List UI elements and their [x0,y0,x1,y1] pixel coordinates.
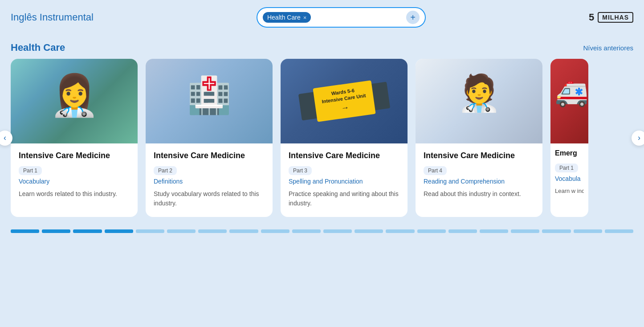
card-3-desc: Practice speaking and writing about this… [289,189,399,208]
card-4-desc: Read about this industry in context. [424,189,534,199]
card-2-title: Intensive Care Medicine [154,151,265,161]
progress-dash-15 [448,229,477,233]
card-5-part: Part 1 [555,164,578,172]
right-arrow-icon: › [638,133,640,143]
card-1[interactable]: Intensive Care Medicine Part 1 Vocabular… [11,59,138,217]
card-4-title: Intensive Care Medicine [424,151,534,161]
card-1-body: Intensive Care Medicine Part 1 Vocabular… [11,143,138,208]
card-4-body: Intensive Care Medicine Part 4 Reading a… [416,143,542,208]
health-care-tag[interactable]: Health Care × [263,12,311,23]
search-bar: Health Care × + [257,7,426,28]
progress-dash-11 [323,229,352,233]
milhas-count: 5 [589,12,594,23]
milhas-label: MILHAS [598,12,633,23]
card-3-subtitle: Spelling and Pronunciation [289,178,399,185]
card-5-subtitle: Vocabula [555,175,584,182]
card-2-part: Part 2 [154,166,177,175]
app-title: Inglês Instrumental [11,12,94,23]
card-1-image [11,59,138,143]
card-3-part: Part 3 [289,166,312,175]
cards-scroll: Intensive Care Medicine Part 1 Vocabular… [11,59,633,217]
progress-dash-2 [42,229,70,233]
progress-dash-8 [229,229,258,233]
card-5-title: Emerg [555,149,584,158]
sign-inner: Wards 5-6Intensive Care Unit [281,59,408,143]
card-1-subtitle: Vocabulary [19,178,130,185]
card-2-image [146,59,273,143]
card-3-image: Wards 5-6Intensive Care Unit [281,59,408,143]
progress-dash-18 [542,229,571,233]
card-3-title: Intensive Care Medicine [289,151,399,161]
sign-arrow: Wards 5-6Intensive Care Unit [313,80,375,122]
card-5-desc: Learn w industry [555,187,584,196]
progress-dash-5 [136,229,164,233]
progress-track [11,229,633,233]
card-3-body: Intensive Care Medicine Part 3 Spelling … [281,143,408,217]
add-tag-button[interactable]: + [406,11,420,24]
progress-dash-17 [511,229,539,233]
progress-dash-7 [198,229,227,233]
tag-label: Health Care [267,14,301,21]
progress-area [0,221,644,233]
progress-dash-12 [355,229,383,233]
header: Inglês Instrumental Health Care × + 5 MI… [0,0,644,35]
progress-dash-9 [261,229,289,233]
section-header: Health Care Níveis anteriores [0,35,644,59]
card-2-body: Intensive Care Medicine Part 2 Definitio… [146,143,273,217]
card-2-subtitle: Definitions [154,178,265,185]
progress-dash-1 [11,229,39,233]
milhas-badge: 5 MILHAS [589,12,633,23]
card-1-desc: Learn words related to this industry. [19,189,130,199]
card-4-subtitle: Reading and Comprehension [424,178,534,185]
card-2-desc: Study vocabulary words related to this i… [154,189,265,208]
card-4[interactable]: Intensive Care Medicine Part 4 Reading a… [416,59,542,217]
progress-dash-4 [105,229,133,233]
progress-dash-16 [480,229,508,233]
card-3[interactable]: Wards 5-6Intensive Care Unit Intensive C… [281,59,408,217]
cards-wrapper: ‹ Intensive Care Medicine Part 1 Vocabul… [0,59,644,217]
progress-dash-19 [574,229,602,233]
progress-dash-14 [417,229,446,233]
progress-dash-10 [292,229,321,233]
card-5-image [550,59,588,143]
left-arrow-icon: ‹ [4,133,6,143]
card-5-body: Emerg Part 1 Vocabula Learn w industry [550,143,588,200]
close-tag-icon[interactable]: × [303,14,307,21]
progress-dash-6 [167,229,196,233]
card-4-part: Part 4 [424,166,447,175]
card-1-part: Part 1 [19,166,42,175]
card-2[interactable]: Intensive Care Medicine Part 2 Definitio… [146,59,273,217]
progress-dash-3 [73,229,102,233]
card-4-image [416,59,542,143]
next-arrow-button[interactable]: › [632,131,644,146]
card-5-partial[interactable]: Emerg Part 1 Vocabula Learn w industry [550,59,588,217]
progress-dash-13 [386,229,414,233]
section-title: Health Care [11,42,65,53]
niveis-link[interactable]: Níveis anteriores [583,44,633,52]
card-1-title: Intensive Care Medicine [19,151,130,161]
progress-dash-20 [605,229,633,233]
